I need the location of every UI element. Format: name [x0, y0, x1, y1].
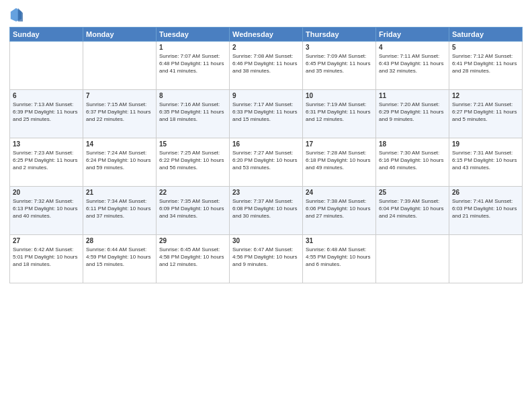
calendar-table: SundayMondayTuesdayWednesdayThursdayFrid… — [9, 27, 523, 283]
calendar-cell — [10, 42, 83, 90]
day-info: Sunrise: 6:45 AM Sunset: 4:58 PM Dayligh… — [159, 246, 226, 269]
calendar-header: SundayMondayTuesdayWednesdayThursdayFrid… — [10, 28, 523, 42]
day-info: Sunrise: 7:12 AM Sunset: 6:41 PM Dayligh… — [452, 52, 519, 75]
weekday-header: Wednesday — [230, 28, 303, 42]
day-info: Sunrise: 7:23 AM Sunset: 6:25 PM Dayligh… — [13, 149, 80, 172]
day-info: Sunrise: 7:25 AM Sunset: 6:22 PM Dayligh… — [159, 149, 226, 172]
day-number: 11 — [379, 92, 446, 99]
calendar-cell: 11Sunrise: 7:20 AM Sunset: 6:29 PM Dayli… — [376, 90, 449, 138]
day-info: Sunrise: 7:41 AM Sunset: 6:03 PM Dayligh… — [452, 197, 519, 220]
header — [9, 7, 523, 23]
day-number: 17 — [306, 140, 373, 148]
day-number: 26 — [452, 189, 519, 196]
calendar-cell: 26Sunrise: 7:41 AM Sunset: 6:03 PM Dayli… — [449, 187, 523, 235]
day-number: 2 — [232, 44, 300, 51]
day-info: Sunrise: 7:08 AM Sunset: 6:46 PM Dayligh… — [232, 52, 300, 75]
day-info: Sunrise: 7:21 AM Sunset: 6:27 PM Dayligh… — [452, 101, 519, 124]
calendar-cell: 23Sunrise: 7:37 AM Sunset: 6:08 PM Dayli… — [230, 187, 303, 235]
day-number: 12 — [452, 92, 519, 99]
calendar-cell — [449, 235, 523, 283]
calendar-cell: 1Sunrise: 7:07 AM Sunset: 6:48 PM Daylig… — [157, 42, 230, 90]
day-info: Sunrise: 6:42 AM Sunset: 5:01 PM Dayligh… — [13, 246, 80, 269]
day-info: Sunrise: 7:16 AM Sunset: 6:35 PM Dayligh… — [159, 101, 226, 124]
day-number: 8 — [159, 92, 226, 99]
day-number: 13 — [13, 140, 80, 148]
calendar-cell: 7Sunrise: 7:15 AM Sunset: 6:37 PM Daylig… — [83, 90, 157, 138]
calendar-cell: 24Sunrise: 7:38 AM Sunset: 6:06 PM Dayli… — [303, 187, 376, 235]
day-info: Sunrise: 7:28 AM Sunset: 6:18 PM Dayligh… — [306, 149, 373, 172]
day-number: 6 — [13, 92, 80, 99]
day-number: 7 — [86, 92, 153, 99]
calendar-cell — [376, 235, 449, 283]
day-info: Sunrise: 7:30 AM Sunset: 6:16 PM Dayligh… — [379, 149, 446, 172]
day-number: 3 — [306, 44, 373, 51]
day-number: 16 — [232, 140, 300, 148]
weekday-header: Tuesday — [157, 28, 230, 42]
day-number: 19 — [452, 140, 519, 148]
day-info: Sunrise: 7:32 AM Sunset: 6:13 PM Dayligh… — [13, 197, 80, 220]
day-info: Sunrise: 7:13 AM Sunset: 6:39 PM Dayligh… — [13, 101, 80, 124]
day-info: Sunrise: 7:35 AM Sunset: 6:09 PM Dayligh… — [159, 197, 226, 220]
calendar-cell: 14Sunrise: 7:24 AM Sunset: 6:24 PM Dayli… — [83, 138, 157, 187]
day-info: Sunrise: 7:27 AM Sunset: 6:20 PM Dayligh… — [232, 149, 300, 172]
day-number: 15 — [159, 140, 226, 148]
calendar-cell: 17Sunrise: 7:28 AM Sunset: 6:18 PM Dayli… — [303, 138, 376, 187]
day-number: 1 — [159, 44, 226, 51]
day-info: Sunrise: 7:15 AM Sunset: 6:37 PM Dayligh… — [86, 101, 153, 124]
day-info: Sunrise: 7:31 AM Sunset: 6:15 PM Dayligh… — [452, 149, 519, 172]
day-number: 29 — [159, 237, 226, 244]
day-info: Sunrise: 7:19 AM Sunset: 6:31 PM Dayligh… — [306, 101, 373, 124]
weekday-header: Friday — [376, 28, 449, 42]
day-number: 22 — [159, 189, 226, 196]
calendar-cell: 4Sunrise: 7:11 AM Sunset: 6:43 PM Daylig… — [376, 42, 449, 90]
day-number: 5 — [452, 44, 519, 51]
calendar-week-row: 13Sunrise: 7:23 AM Sunset: 6:25 PM Dayli… — [10, 138, 523, 187]
day-number: 23 — [232, 189, 300, 196]
day-number: 27 — [13, 237, 80, 244]
calendar-cell: 16Sunrise: 7:27 AM Sunset: 6:20 PM Dayli… — [230, 138, 303, 187]
calendar-week-row: 20Sunrise: 7:32 AM Sunset: 6:13 PM Dayli… — [10, 187, 523, 235]
day-number: 28 — [86, 237, 153, 244]
calendar-week-row: 6Sunrise: 7:13 AM Sunset: 6:39 PM Daylig… — [10, 90, 523, 138]
calendar-cell: 22Sunrise: 7:35 AM Sunset: 6:09 PM Dayli… — [157, 187, 230, 235]
calendar-cell: 12Sunrise: 7:21 AM Sunset: 6:27 PM Dayli… — [449, 90, 523, 138]
calendar-cell: 18Sunrise: 7:30 AM Sunset: 6:16 PM Dayli… — [376, 138, 449, 187]
calendar-cell: 30Sunrise: 6:47 AM Sunset: 4:56 PM Dayli… — [230, 235, 303, 283]
day-info: Sunrise: 7:20 AM Sunset: 6:29 PM Dayligh… — [379, 101, 446, 124]
day-info: Sunrise: 7:17 AM Sunset: 6:33 PM Dayligh… — [232, 101, 300, 124]
calendar-page: SundayMondayTuesdayWednesdayThursdayFrid… — [0, 0, 532, 411]
logo — [9, 7, 25, 23]
calendar-cell: 2Sunrise: 7:08 AM Sunset: 6:46 PM Daylig… — [230, 42, 303, 90]
calendar-cell: 27Sunrise: 6:42 AM Sunset: 5:01 PM Dayli… — [10, 235, 83, 283]
calendar-cell — [83, 42, 157, 90]
day-info: Sunrise: 7:11 AM Sunset: 6:43 PM Dayligh… — [379, 52, 446, 75]
day-number: 21 — [86, 189, 153, 196]
weekday-header: Monday — [83, 28, 157, 42]
day-number: 25 — [379, 189, 446, 196]
day-info: Sunrise: 6:48 AM Sunset: 4:55 PM Dayligh… — [306, 246, 373, 269]
calendar-cell: 15Sunrise: 7:25 AM Sunset: 6:22 PM Dayli… — [157, 138, 230, 187]
day-info: Sunrise: 7:09 AM Sunset: 6:45 PM Dayligh… — [306, 52, 373, 75]
day-number: 9 — [232, 92, 300, 99]
calendar-cell: 29Sunrise: 6:45 AM Sunset: 4:58 PM Dayli… — [157, 235, 230, 283]
day-number: 18 — [379, 140, 446, 148]
day-number: 31 — [306, 237, 373, 244]
day-info: Sunrise: 7:38 AM Sunset: 6:06 PM Dayligh… — [306, 197, 373, 220]
day-info: Sunrise: 6:44 AM Sunset: 4:59 PM Dayligh… — [86, 246, 153, 269]
day-number: 30 — [232, 237, 300, 244]
calendar-cell: 6Sunrise: 7:13 AM Sunset: 6:39 PM Daylig… — [10, 90, 83, 138]
calendar-cell: 3Sunrise: 7:09 AM Sunset: 6:45 PM Daylig… — [303, 42, 376, 90]
svg-marker-1 — [18, 8, 23, 21]
calendar-cell: 25Sunrise: 7:39 AM Sunset: 6:04 PM Dayli… — [376, 187, 449, 235]
calendar-cell: 9Sunrise: 7:17 AM Sunset: 6:33 PM Daylig… — [230, 90, 303, 138]
calendar-cell: 31Sunrise: 6:48 AM Sunset: 4:55 PM Dayli… — [303, 235, 376, 283]
day-number: 20 — [13, 189, 80, 196]
calendar-week-row: 1Sunrise: 7:07 AM Sunset: 6:48 PM Daylig… — [10, 42, 523, 90]
calendar-cell: 13Sunrise: 7:23 AM Sunset: 6:25 PM Dayli… — [10, 138, 83, 187]
day-number: 24 — [306, 189, 373, 196]
calendar-cell: 21Sunrise: 7:34 AM Sunset: 6:11 PM Dayli… — [83, 187, 157, 235]
calendar-week-row: 27Sunrise: 6:42 AM Sunset: 5:01 PM Dayli… — [10, 235, 523, 283]
day-number: 4 — [379, 44, 446, 51]
logo-icon — [9, 7, 23, 23]
day-info: Sunrise: 6:47 AM Sunset: 4:56 PM Dayligh… — [232, 246, 300, 269]
